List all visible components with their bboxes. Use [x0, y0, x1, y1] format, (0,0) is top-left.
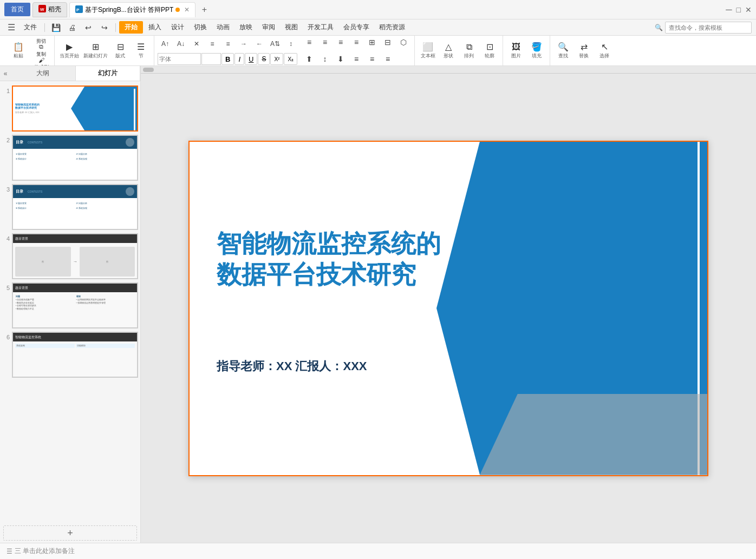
slide-thumb-4[interactable]: 题目背景 图 → 图 [12, 233, 138, 279]
thumb1-subtitle: 指导老师: XX 汇报人: XXX [15, 111, 70, 114]
numbered-list-icon[interactable]: ≡ [220, 36, 236, 51]
select-button[interactable]: ↖ 选择 [595, 38, 614, 63]
replace-button[interactable]: ⇄ 替换 [574, 38, 594, 63]
add-tab-button[interactable]: + [198, 3, 211, 16]
indent-less-icon[interactable]: ← [252, 36, 267, 51]
start-menu-button[interactable]: 开始 [119, 21, 143, 34]
underline-button[interactable]: U [245, 53, 257, 65]
tab-home[interactable]: 首页 [4, 3, 30, 16]
menu-item-resources[interactable]: 稻壳资源 [375, 21, 409, 34]
tab-wps[interactable]: W 稻壳 [32, 2, 67, 17]
subscript-button[interactable]: X₂ [284, 53, 297, 65]
panel-collapse-button[interactable]: « [0, 66, 11, 81]
menu-item-view[interactable]: 视图 [281, 21, 302, 34]
slide-item-3[interactable]: 3 目录 CONTESTS 1/ 题目背景 2/ 问题分析 3/ 系统设计 4/… [2, 184, 138, 230]
menu-item-vip[interactable]: 会员专享 [339, 21, 374, 34]
redo-icon[interactable]: ↪ [97, 20, 112, 35]
search-input[interactable] [665, 22, 752, 34]
menu-item-slideshow[interactable]: 放映 [235, 21, 257, 34]
align-center-icon[interactable]: ≡ [317, 36, 333, 50]
line-spacing-icon[interactable]: ↕ [283, 36, 298, 51]
text-direction-icon[interactable]: A⇅ [268, 36, 283, 51]
cut-button[interactable]: ✂ 剪切 [31, 36, 51, 44]
font-decrease-icon[interactable]: A↓ [173, 36, 188, 51]
slide-thumb-5[interactable]: 题目背景 问题 • 信息孤岛现象严重• 数据同步存在延迟• 全程可视化管控缺失•… [12, 282, 138, 328]
slide-item-2[interactable]: 2 目录 CONTESTS 1/ 题目背景 2/ 问题分析 3/ 系统设计 4/… [2, 135, 138, 181]
undo-icon[interactable]: ↩ [81, 20, 96, 35]
align-bottom-icon[interactable]: ⬇ [333, 51, 348, 66]
align-middle-icon[interactable]: ↕ [317, 51, 333, 66]
slide-thumb-2[interactable]: 目录 CONTESTS 1/ 题目背景 2/ 问题分析 3/ 系统设计 4/ 系… [12, 135, 138, 181]
paste-button[interactable]: 📋 粘贴 [6, 38, 30, 63]
image-button[interactable]: 🖼 图片 [506, 38, 526, 63]
slide-thumb-6[interactable]: 智能物流监控系统 系统架构 功能模块 [12, 332, 138, 378]
align-vert-icon[interactable]: ≡ [349, 51, 364, 66]
slide-item-5[interactable]: 5 题目背景 问题 • 信息孤岛现象严重• 数据同步存在延迟• 全程可视化管控缺… [2, 282, 138, 328]
menu-item-design[interactable]: 设计 [167, 21, 188, 34]
close-button[interactable]: ✕ [745, 5, 752, 14]
menu-item-animation[interactable]: 动画 [212, 21, 234, 34]
italic-button[interactable]: I [234, 53, 244, 65]
slide-num-6: 6 [2, 334, 10, 340]
maximize-button[interactable]: □ [737, 5, 741, 14]
arrange-button[interactable]: ⧉ 排列 [459, 38, 479, 63]
find-button[interactable]: 🔍 查找 [553, 38, 573, 63]
slide-thumb-1[interactable]: 智能物流监控系统的数据平台技术研究 指导老师: XX 汇报人: XXX [12, 86, 138, 131]
hamburger-menu[interactable]: ☰ [4, 22, 18, 32]
current-page-button[interactable]: ▶ 当页开始 [58, 38, 81, 63]
scroll-thumb[interactable] [143, 68, 154, 72]
menu-item-review[interactable]: 审阅 [258, 21, 279, 34]
align-distribute-icon[interactable]: ⊞ [364, 36, 380, 50]
bullet-list-icon[interactable]: ≡ [205, 36, 220, 51]
slide-item-1[interactable]: 1 智能物流监控系统的数据平台技术研究 指导老师: XX 汇报人: XXX [2, 86, 138, 131]
tab-slides[interactable]: 幻灯片 [76, 66, 141, 81]
new-slide-button[interactable]: ⊞ 新建幻灯片 [82, 38, 109, 63]
paragraph-spacing-icon[interactable]: ≡ [364, 51, 380, 66]
menu-item-transition[interactable]: 切换 [190, 21, 211, 34]
align-top-icon[interactable]: ⬆ [302, 51, 317, 66]
scroll-bar-top[interactable] [141, 66, 756, 74]
para-indent-icon[interactable]: ≡ [380, 51, 395, 66]
slide-thumb-3[interactable]: 目录 CONTESTS 1/ 题目背景 2/ 问题分析 3/ 系统设计 4/ 系… [12, 184, 138, 230]
align-left-icon[interactable]: ≡ [302, 36, 317, 50]
section-button[interactable]: ☰ 节 [131, 38, 151, 63]
menu-item-insert[interactable]: 插入 [144, 21, 166, 34]
thumb4-title: 题目背景 [15, 237, 28, 241]
shape-button[interactable]: △ 形状 [439, 38, 458, 63]
fill-icon: 🪣 [531, 42, 542, 52]
font-size-input[interactable]: 0 [201, 53, 221, 65]
bold-button[interactable]: B [221, 53, 234, 65]
strikethrough-button[interactable]: S [258, 53, 270, 65]
fill-button[interactable]: 🪣 填充 [527, 38, 546, 63]
slide-item-6[interactable]: 6 智能物流监控系统 系统架构 功能模块 [2, 332, 138, 378]
slide-title-line1: 智能物流监控系统的 [217, 228, 441, 260]
font-name-input[interactable] [158, 53, 201, 65]
tab-doc[interactable]: P 基于SpringB...台设计 答辩PPT ✕ [69, 2, 195, 17]
slide-item-4[interactable]: 4 题目背景 图 → 图 [2, 233, 138, 279]
menu-item-file[interactable]: 文件 [19, 21, 41, 34]
clear-format-icon[interactable]: ✕ [189, 36, 204, 51]
text-box-button[interactable]: ⬜ 文本框 [418, 38, 438, 63]
align-right-icon[interactable]: ≡ [333, 36, 348, 50]
search-icon: 🔍 [655, 24, 663, 31]
align-justify-icon[interactable]: ≡ [349, 36, 364, 50]
minimize-button[interactable]: ─ [726, 5, 732, 15]
indent-more-icon[interactable]: → [236, 36, 251, 51]
format-paint-button[interactable]: 🖌 格式刷 [31, 58, 51, 67]
copy-button[interactable]: ⧉ 复制 [31, 45, 51, 57]
thumb4-img1: 图 [15, 247, 71, 277]
tab-outline[interactable]: 大纲 [11, 66, 76, 81]
menu-item-dev[interactable]: 开发工具 [303, 21, 338, 34]
smart-shape-icon[interactable]: ⬡ [396, 36, 411, 50]
superscript-button[interactable]: X² [270, 53, 283, 65]
save-icon[interactable]: 💾 [48, 20, 63, 35]
doc-tab-label: 基于SpringB...台设计 答辩PPT [85, 5, 173, 15]
font-increase-icon[interactable]: A↑ [158, 36, 173, 51]
close-doc-icon[interactable]: ✕ [184, 6, 190, 14]
column-icon[interactable]: ⊟ [380, 36, 395, 50]
layout-button[interactable]: ⊟ 版式 [110, 38, 130, 63]
print-icon[interactable]: 🖨 [64, 20, 80, 35]
outline-button[interactable]: ⊡ 轮廓 [480, 38, 499, 63]
notes-bar[interactable]: ☰ 三 单击此处添加备注 [0, 543, 756, 559]
add-slide-button[interactable]: + [3, 525, 137, 541]
